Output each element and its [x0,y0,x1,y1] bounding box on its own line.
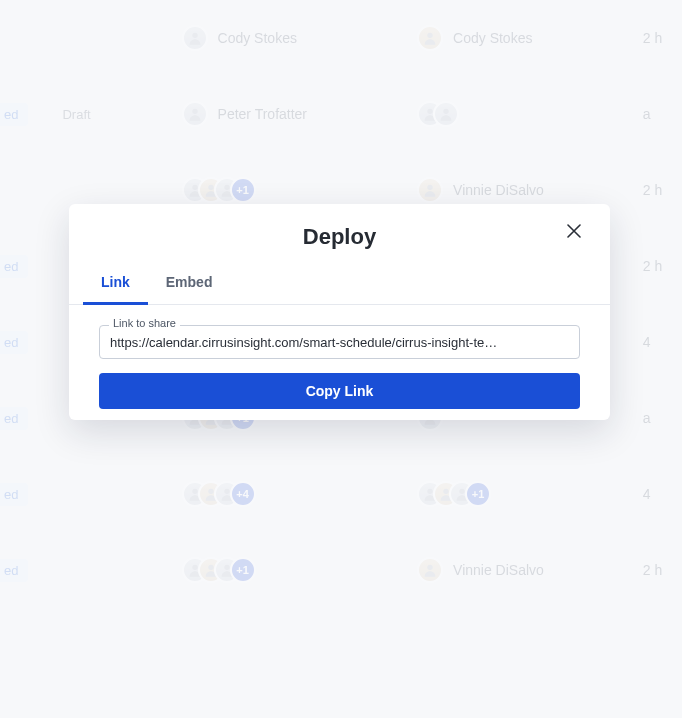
owner-cell: Vinnie DiSalvo [417,557,643,583]
time-text: 4 [643,486,651,502]
close-icon [567,222,581,243]
time-cell: a [643,106,682,122]
time-cell: 2 h [643,258,682,274]
time-cell: 2 h [643,182,682,198]
svg-point-6 [208,185,213,190]
tab-embed[interactable]: Embed [148,264,231,305]
modal-body: Link to share Copy Link [69,305,610,409]
svg-point-18 [427,489,432,494]
time-text: 2 h [643,562,662,578]
copy-link-button[interactable]: Copy Link [99,373,580,409]
avatar [417,557,443,583]
svg-point-7 [224,185,229,190]
avatar-more: +1 [465,481,491,507]
svg-point-24 [427,565,432,570]
shared-name: Peter Trofatter [218,106,307,122]
time-text: 2 h [643,258,662,274]
time-text: 2 h [643,182,662,198]
shared-cell: +4 [182,481,418,507]
link-input[interactable] [99,325,580,359]
svg-point-22 [208,565,213,570]
time-text: a [643,410,651,426]
svg-point-16 [208,489,213,494]
draft-label: Draft [52,103,100,126]
avatar-more: +1 [230,557,256,583]
deploy-modal: Deploy Link Embed Link to share Copy Lin… [69,204,610,420]
owner-cell: Vinnie DiSalvo [417,177,643,203]
avatar [417,177,443,203]
shared-name: Cody Stokes [218,30,297,46]
svg-point-0 [192,33,197,38]
avatar-group: +1 [417,481,491,507]
avatar [417,25,443,51]
owner-name: Vinnie DiSalvo [453,562,544,578]
avatar-group: +1 [182,177,256,203]
owner-name: Cody Stokes [453,30,532,46]
status-cell: ed [0,559,182,582]
shared-cell: Peter Trofatter [182,101,418,127]
time-cell: 2 h [643,562,682,578]
svg-point-4 [443,109,448,114]
status-badge: ed [0,255,28,278]
avatar [182,25,208,51]
owner-cell [417,101,643,127]
status-badge: ed [0,103,28,126]
status-cell: ed [0,483,182,506]
link-field-label: Link to share [109,317,180,329]
svg-point-2 [192,109,197,114]
modal-tabs: Link Embed [69,264,610,305]
time-text: a [643,106,651,122]
avatar-group [417,101,459,127]
svg-point-3 [427,109,432,114]
avatar-more: +1 [230,177,256,203]
owner-cell: Cody Stokes [417,25,643,51]
svg-point-23 [224,565,229,570]
svg-point-1 [427,33,432,38]
status-cell: edDraft [0,103,182,126]
modal-title: Deploy [69,224,610,250]
time-text: 2 h [643,30,662,46]
time-cell: 2 h [643,30,682,46]
owner-cell: +1 [417,481,643,507]
avatar-group: +1 [182,557,256,583]
time-cell: 4 [643,486,682,502]
link-field-wrap: Link to share [99,325,580,359]
owner-name: Vinnie DiSalvo [453,182,544,198]
svg-point-20 [459,489,464,494]
svg-point-5 [192,185,197,190]
close-button[interactable] [560,218,588,246]
status-badge: ed [0,407,28,430]
svg-point-15 [192,489,197,494]
time-cell: a [643,410,682,426]
time-text: 4 [643,334,651,350]
table-row: ed+1Vinnie DiSalvo2 h [0,532,682,608]
table-row: edDraftPeter Trofattera [0,76,682,152]
avatar-more: +4 [230,481,256,507]
svg-point-8 [427,185,432,190]
table-row: Cody StokesCody Stokes2 h [0,0,682,76]
avatar [182,101,208,127]
shared-cell: +1 [182,557,418,583]
avatar-group: +4 [182,481,256,507]
table-row: ed+4+14 [0,456,682,532]
svg-point-19 [443,489,448,494]
time-cell: 4 [643,334,682,350]
svg-point-21 [192,565,197,570]
tab-link[interactable]: Link [83,264,148,305]
shared-cell: +1 [182,177,418,203]
avatar [433,101,459,127]
status-badge: ed [0,483,28,506]
shared-cell: Cody Stokes [182,25,418,51]
status-badge: ed [0,331,28,354]
avatar-group [182,25,208,51]
svg-point-17 [224,489,229,494]
avatar-group [182,101,208,127]
status-badge: ed [0,559,28,582]
